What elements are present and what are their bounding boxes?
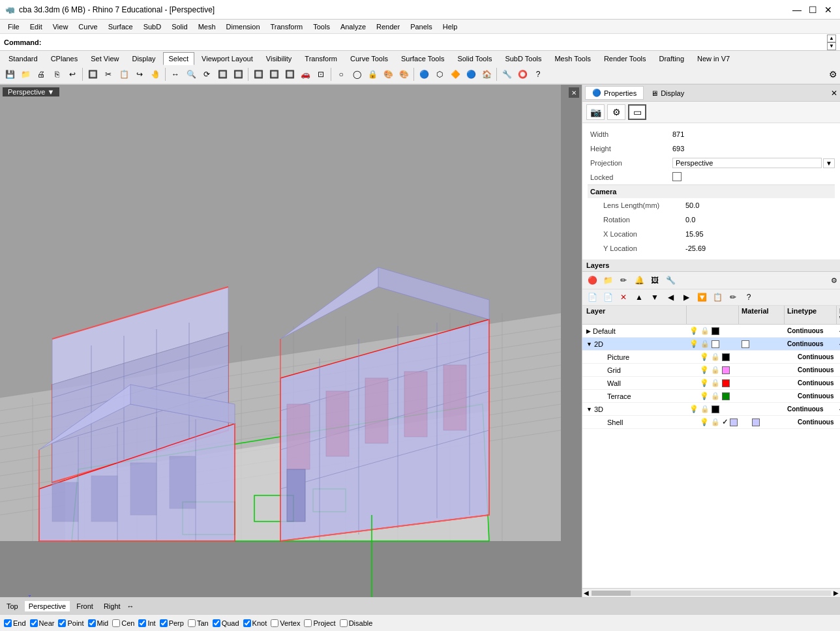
toolbar-button-14[interactable]: 🔲 [231, 67, 245, 81]
layer-color-default[interactable] [712, 327, 719, 335]
close-button[interactable]: ✕ [822, 3, 835, 16]
osnap-near[interactable]: Near [30, 619, 55, 627]
toolbar-tab-curve-tools[interactable]: Curve Tools [344, 52, 394, 65]
toolbar-button-19[interactable]: ⊡ [314, 67, 328, 81]
toolbar-button-4[interactable]: ↩ [65, 67, 80, 81]
hscroll-left[interactable]: ◀ [584, 589, 589, 596]
viewport-tab-perspective[interactable]: Perspective [25, 601, 70, 611]
menu-help[interactable]: Help [438, 22, 463, 32]
toolbar-tab-standard[interactable]: Standard [3, 52, 44, 65]
menu-file[interactable]: File [3, 22, 25, 32]
toolbar-button-21[interactable]: ◯ [350, 67, 364, 81]
layer-visibility-shell[interactable]: 💡 [700, 418, 709, 426]
layer-row-terrace[interactable]: Terrace💡🔒Continuous◆Default [582, 390, 840, 403]
toolbar-button-24[interactable]: 🎨 [397, 67, 411, 81]
osnap-checkbox-vertex[interactable] [271, 619, 278, 627]
minimize-button[interactable]: — [790, 3, 803, 16]
layer-lock-grid[interactable]: 🔒 [711, 366, 720, 374]
projection-select[interactable]: Perspective ▼ [672, 158, 835, 168]
layer-expand-3d[interactable]: ▼ [586, 406, 592, 413]
subtab-camera-button[interactable]: 📷 [586, 104, 605, 120]
layer-visibility-3d[interactable]: 💡 [689, 405, 698, 413]
layer-row-wall[interactable]: Wall💡🔒Continuous◆Default [582, 377, 840, 390]
toolbar-button-3[interactable]: ⎘ [50, 67, 64, 81]
viewport-tab-swap-icon[interactable]: ↔ [127, 602, 134, 610]
layers-tb-btn-5[interactable]: 🖼 [648, 274, 662, 287]
osnap-tan[interactable]: Tan [188, 619, 209, 627]
menu-tools[interactable]: Tools [308, 22, 335, 32]
layer-material-swatch-shell[interactable] [752, 418, 760, 426]
subtab-gear-button[interactable]: ⚙ [607, 104, 625, 120]
toolbar-button-30[interactable]: 🔧 [500, 67, 514, 81]
viewport-dropdown-icon[interactable]: ▼ [47, 88, 54, 96]
toolbar-button-10[interactable]: ↔ [168, 67, 183, 81]
layer-row-picture[interactable]: Picture💡🔒Continuous◆Default [582, 351, 840, 364]
osnap-point[interactable]: Point [58, 619, 83, 627]
toolbar-tab-cplanes[interactable]: CPlanes [45, 52, 84, 65]
osnap-perp[interactable]: Perp [160, 619, 184, 627]
layers-tb2-filter[interactable]: 🔽 [695, 291, 709, 304]
maximize-button[interactable]: ☐ [806, 3, 819, 16]
toolbar-button-18[interactable]: 🚗 [298, 67, 312, 81]
viewport-close-button[interactable]: ✕ [569, 87, 579, 98]
layer-row-3d[interactable]: ▼3D💡🔒Continuous◆Default [582, 403, 840, 416]
layer-lock-picture[interactable]: 🔒 [711, 353, 720, 361]
scroll-up[interactable]: ▲ [827, 35, 836, 42]
osnap-checkbox-tan[interactable] [188, 619, 196, 627]
command-scroll[interactable]: ▲ ▼ [827, 35, 836, 50]
menu-surface[interactable]: Surface [103, 22, 138, 32]
layer-visibility-grid[interactable]: 💡 [700, 366, 709, 374]
layers-tb2-dup[interactable]: 📄 [601, 291, 615, 304]
toolbar-button-9[interactable]: 🤚 [148, 67, 162, 81]
osnap-end[interactable]: End [4, 619, 26, 627]
toolbar-tab-mesh-tools[interactable]: Mesh Tools [548, 52, 596, 65]
menu-subd[interactable]: SubD [138, 22, 167, 32]
viewport-tab-top[interactable]: Top [3, 601, 22, 611]
menu-solid[interactable]: Solid [166, 22, 192, 32]
toolbar-tab-render-tools[interactable]: Render Tools [598, 52, 652, 65]
toolbar-tab-drafting[interactable]: Drafting [653, 52, 691, 65]
osnap-vertex[interactable]: Vertex [271, 619, 300, 627]
layer-color-shell[interactable] [730, 418, 738, 426]
toolbar-button-5[interactable]: 🔲 [85, 67, 100, 81]
toolbar-button-26[interactable]: ⬡ [432, 67, 447, 81]
layer-color-picture[interactable] [722, 353, 730, 361]
menu-dimension[interactable]: Dimension [221, 22, 265, 32]
layers-tb-btn-6[interactable]: 🔧 [663, 274, 678, 287]
osnap-checkbox-int[interactable] [138, 619, 146, 627]
toolbar-button-12[interactable]: ⟳ [200, 67, 214, 81]
osnap-checkbox-disable[interactable] [340, 619, 348, 627]
viewport-label[interactable]: Perspective ▼ [3, 87, 59, 96]
toolbar-button-0[interactable]: 💾 [3, 67, 17, 81]
osnap-mid[interactable]: Mid [88, 619, 109, 627]
layer-lock-shell[interactable]: 🔒 [711, 418, 720, 426]
toolbar-tab-display[interactable]: Display [126, 52, 161, 65]
scroll-down[interactable]: ▼ [827, 42, 836, 50]
layer-color-terrace[interactable] [722, 392, 730, 400]
toolbar-tab-surface-tools[interactable]: Surface Tools [395, 52, 450, 65]
layer-visibility-picture[interactable]: 💡 [700, 353, 709, 361]
layers-tb-btn-4[interactable]: 🔔 [632, 274, 646, 287]
layers-tb-btn-3[interactable]: ✏ [616, 274, 631, 287]
osnap-checkbox-perp[interactable] [160, 619, 168, 627]
osnap-checkbox-project[interactable] [304, 619, 312, 627]
menu-curve[interactable]: Curve [73, 22, 102, 32]
layer-color-2d[interactable] [712, 340, 719, 348]
toolbar-button-29[interactable]: 🏠 [479, 67, 494, 81]
toolbar-button-8[interactable]: ↪ [132, 67, 147, 81]
toolbar-button-28[interactable]: 🔵 [464, 67, 478, 81]
osnap-checkbox-point[interactable] [58, 619, 66, 627]
layer-color-3d[interactable] [712, 405, 719, 413]
osnap-checkbox-end[interactable] [4, 619, 12, 627]
toolbar-button-1[interactable]: 📁 [18, 67, 33, 81]
subtab-rect-button[interactable]: ▭ [628, 104, 646, 120]
layer-row-2d[interactable]: ▼2D💡🔒Continuous◆Default [582, 338, 840, 351]
osnap-int[interactable]: Int [138, 619, 155, 627]
command-input[interactable] [44, 38, 827, 46]
layers-tb2-right[interactable]: ▶ [679, 291, 693, 304]
projection-dropdown-button[interactable]: ▼ [823, 158, 835, 168]
viewport[interactable]: Perspective ▼ ✕ [0, 85, 582, 597]
toolbar-tab-subd-tools[interactable]: SubD Tools [499, 52, 547, 65]
layers-hscroll[interactable]: ◀ ▶ [582, 588, 840, 597]
layer-visibility-2d[interactable]: 💡 [689, 340, 698, 348]
